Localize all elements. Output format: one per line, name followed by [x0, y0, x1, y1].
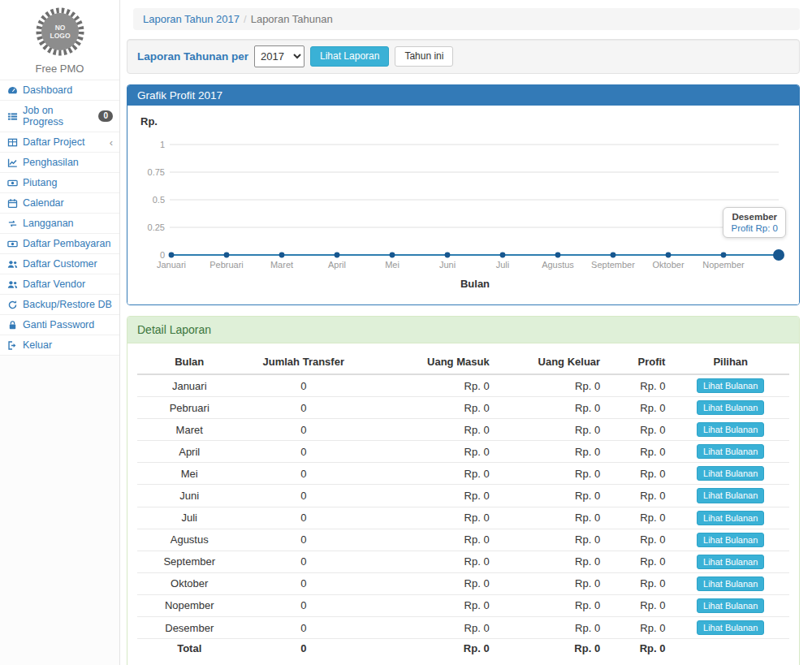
sidebar-item-langganan[interactable]: Langganan: [0, 214, 119, 234]
lihat-bulanan-button-april[interactable]: Lihat Bulanan: [697, 444, 764, 459]
sidebar-item-label: Ganti Password: [23, 319, 94, 330]
cell-jumlah-transfer: 0: [241, 397, 365, 419]
sidebar-menu: DashboardJob on Progress0Daftar Project‹…: [0, 80, 119, 356]
y-tick-label: 1: [160, 140, 165, 149]
detail-laporan-body: BulanJumlah TransferUang MasukUang Kelua…: [127, 343, 799, 665]
sidebar-item-label: Backup/Restore DB: [23, 299, 112, 310]
cell-pilihan: Lihat Bulanan: [672, 551, 789, 572]
x-tick-label: Juni: [439, 260, 456, 270]
sidebar-item-calendar[interactable]: Calendar: [0, 193, 119, 214]
sidebar-item-daftar-vendor[interactable]: Daftar Vendor: [0, 274, 119, 295]
year-select[interactable]: 2017: [254, 45, 304, 67]
column-header-bulan: Bulan: [137, 350, 241, 374]
data-point-maret: [279, 253, 285, 258]
cell-pilihan: Lihat Bulanan: [672, 485, 789, 507]
chart-tooltip: Desember Profit Rp: 0: [723, 207, 786, 238]
table-row-agustus: Agustus0Rp. 0Rp. 0Rp. 0Lihat Bulanan: [137, 529, 789, 551]
sidebar-item-keluar[interactable]: Keluar: [0, 335, 119, 356]
lihat-bulanan-button-nopember[interactable]: Lihat Bulanan: [697, 598, 764, 613]
detail-laporan-panel: Detail Laporan BulanJumlah TransferUang …: [127, 316, 800, 665]
x-tick-label: Juli: [496, 260, 510, 270]
table-row-desember: Desember0Rp. 0Rp. 0Rp. 0Lihat Bulanan: [137, 617, 789, 639]
table-row-mei: Mei0Rp. 0Rp. 0Rp. 0Lihat Bulanan: [137, 463, 789, 485]
sidebar-item-ganti-password[interactable]: Ganti Password: [0, 315, 119, 335]
sidebar-item-piutang[interactable]: Piutang: [0, 173, 119, 193]
lihat-bulanan-button-oktober[interactable]: Lihat Bulanan: [697, 576, 764, 591]
detail-laporan-title: Detail Laporan: [127, 317, 799, 343]
cell-bulan: Juni: [137, 485, 241, 507]
total-row: Total0Rp. 0Rp. 0Rp. 0: [137, 639, 789, 659]
sidebar: NO LOGO Free PMO DashboardJob on Progres…: [0, 0, 120, 665]
lihat-bulanan-button-mei[interactable]: Lihat Bulanan: [697, 466, 764, 481]
cell-pilihan: [672, 639, 789, 659]
lihat-bulanan-button-januari[interactable]: Lihat Bulanan: [697, 378, 764, 393]
tahun-ini-button[interactable]: Tahun ini: [395, 46, 453, 67]
dashboard-icon: [7, 85, 18, 96]
y-tick-label: 0: [160, 250, 165, 260]
cell-profit: Rp. 0: [607, 639, 672, 659]
sidebar-item-label: Langganan: [23, 218, 74, 229]
cell-pilihan: Lihat Bulanan: [672, 397, 789, 419]
cell-jumlah-transfer: 0: [241, 463, 365, 485]
sidebar-item-label: Calendar: [23, 197, 64, 209]
logo-box: NO LOGO Free PMO: [0, 0, 119, 80]
x-tick-label: Oktober: [652, 260, 684, 270]
sidebar-item-penghasilan[interactable]: Penghasilan: [0, 153, 119, 173]
lihat-bulanan-button-maret[interactable]: Lihat Bulanan: [697, 422, 764, 437]
table-row-april: April0Rp. 0Rp. 0Rp. 0Lihat Bulanan: [137, 441, 789, 463]
cell-bulan: Maret: [137, 419, 241, 441]
lihat-bulanan-button-desember[interactable]: Lihat Bulanan: [697, 620, 764, 635]
data-point-januari: [169, 253, 175, 258]
data-point-juni: [445, 253, 451, 258]
lihat-laporan-button[interactable]: Lihat Laporan: [310, 46, 389, 67]
cell-pilihan: Lihat Bulanan: [672, 507, 789, 529]
sidebar-item-daftar-project[interactable]: Daftar Project‹: [0, 132, 119, 153]
cell-pilihan: Lihat Bulanan: [672, 463, 789, 485]
lihat-bulanan-button-juni[interactable]: Lihat Bulanan: [697, 488, 764, 503]
data-point-agustus: [555, 253, 561, 258]
sidebar-item-job-on-progress[interactable]: Job on Progress0: [0, 101, 119, 132]
lihat-bulanan-button-juli[interactable]: Lihat Bulanan: [697, 511, 764, 525]
sidebar-item-daftar-pembayaran[interactable]: Daftar Pembayaran: [0, 234, 119, 254]
cell-uang-masuk: Rp. 0: [365, 374, 496, 397]
column-header-uang-keluar: Uang Keluar: [496, 350, 607, 374]
chevron-left-icon: ‹: [110, 137, 113, 148]
cell-uang-keluar: Rp. 0: [496, 617, 607, 639]
cell-uang-masuk: Rp. 0: [365, 397, 496, 419]
lihat-bulanan-button-september[interactable]: Lihat Bulanan: [697, 555, 764, 569]
breadcrumb-link-laporan-tahun[interactable]: Laporan Tahun 2017: [143, 13, 240, 25]
sidebar-item-daftar-customer[interactable]: Daftar Customer: [0, 254, 119, 274]
cell-uang-masuk: Rp. 0: [365, 507, 496, 529]
main-content: Laporan Tahun 2017/Laporan Tahunan Lapor…: [120, 0, 812, 665]
data-point-september: [611, 253, 616, 258]
cell-jumlah-transfer: 0: [241, 551, 365, 572]
refresh-icon: [7, 300, 18, 310]
cell-uang-keluar: Rp. 0: [496, 551, 607, 572]
table-row-pebruari: Pebruari0Rp. 0Rp. 0Rp. 0Lihat Bulanan: [137, 397, 789, 419]
table-row-september: September0Rp. 0Rp. 0Rp. 0Lihat Bulanan: [137, 551, 789, 572]
cell-profit: Rp. 0: [607, 463, 672, 485]
line-chart-icon: [7, 158, 18, 168]
cell-profit: Rp. 0: [607, 507, 672, 529]
sidebar-item-dashboard[interactable]: Dashboard: [0, 80, 119, 101]
cell-profit: Rp. 0: [607, 572, 672, 594]
cell-uang-keluar: Rp. 0: [496, 463, 607, 485]
year-filter-form: Laporan Tahunan per 2017 Lihat Laporan T…: [127, 39, 800, 74]
chart-panel-title: Grafik Profit 2017: [127, 85, 799, 106]
cell-jumlah-transfer: 0: [241, 485, 365, 507]
breadcrumb-separator: /: [244, 13, 247, 25]
cell-pilihan: Lihat Bulanan: [672, 374, 789, 397]
lock-icon: [7, 320, 18, 330]
logo-text-line2: LOGO: [50, 32, 70, 40]
x-tick-label: Mei: [385, 260, 400, 270]
lihat-bulanan-button-pebruari[interactable]: Lihat Bulanan: [697, 400, 764, 415]
cell-bulan: Nopember: [137, 594, 241, 616]
sidebar-item-backup-restore-db[interactable]: Backup/Restore DB: [0, 295, 119, 315]
lihat-bulanan-button-agustus[interactable]: Lihat Bulanan: [697, 533, 764, 547]
cell-pilihan: Lihat Bulanan: [672, 572, 789, 594]
cell-jumlah-transfer: 0: [241, 617, 365, 639]
cell-uang-masuk: Rp. 0: [365, 617, 496, 639]
x-tick-label: Pebruari: [209, 260, 244, 270]
cell-profit: Rp. 0: [607, 551, 672, 572]
cell-bulan: Januari: [137, 374, 241, 397]
